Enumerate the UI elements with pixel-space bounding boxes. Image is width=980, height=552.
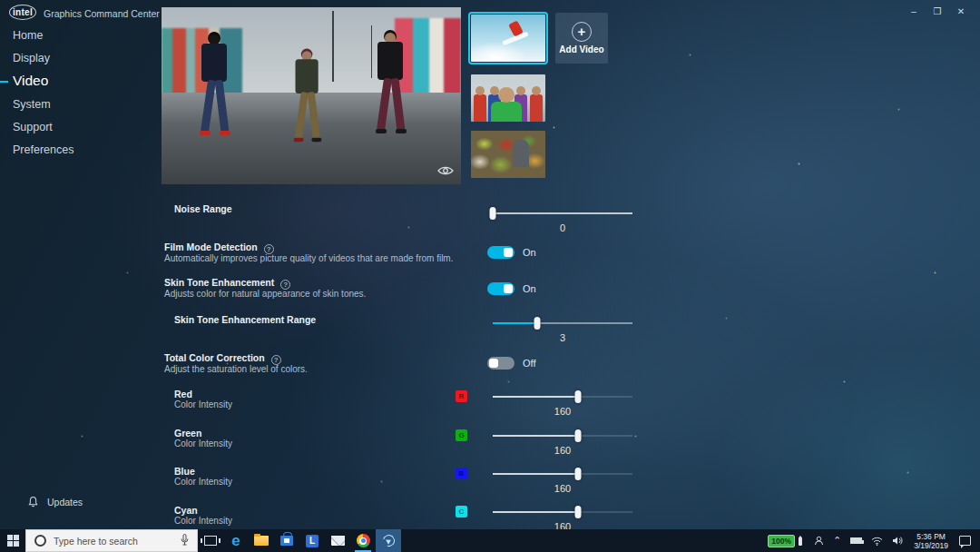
close-button[interactable]: ✕	[949, 4, 973, 20]
red-channel-sublabel: Color Intensity	[174, 399, 232, 409]
preview-eye-icon[interactable]	[437, 163, 454, 180]
taskbar-icon-l-app[interactable]: L	[299, 529, 325, 552]
sidebar-item-support[interactable]: Support	[13, 121, 53, 133]
blue-swatch: B	[456, 468, 467, 479]
slider-thumb[interactable]	[574, 429, 581, 442]
total-color-state: Off	[523, 358, 535, 369]
tray-time: 5:36 PM	[914, 532, 948, 541]
app-title: Graphics Command Center	[44, 8, 160, 19]
sidebar-item-system[interactable]: System	[13, 98, 51, 111]
task-view-button[interactable]	[198, 529, 223, 552]
total-color-toggle-row: Off	[487, 357, 535, 370]
blue-channel-sublabel: Color Intensity	[174, 477, 232, 487]
edge-icon: e	[231, 533, 240, 548]
total-color-toggle[interactable]	[487, 357, 514, 370]
file-explorer-icon	[254, 536, 269, 546]
green-swatch: G	[456, 429, 467, 441]
skin-tone-description: Adjusts color for natural appearance of …	[164, 289, 366, 299]
thumbnail-people[interactable]	[471, 74, 545, 122]
thumbnail-snowboarder[interactable]	[471, 15, 545, 62]
taskbar-icon-intel-gcc[interactable]	[376, 529, 401, 552]
people-icon[interactable]	[814, 536, 824, 546]
taskbar-icon-chrome[interactable]	[350, 529, 376, 552]
taskbar-icon-file-explorer[interactable]	[249, 529, 274, 552]
slider-thumb[interactable]	[534, 317, 541, 330]
battery-percent-badge[interactable]: 100%	[768, 535, 795, 547]
dancer-figure	[372, 33, 410, 146]
street-pole	[332, 11, 334, 82]
microsoft-store-icon	[280, 536, 293, 546]
red-intensity-slider[interactable]: 160	[493, 390, 632, 418]
slider-thumb[interactable]	[490, 207, 496, 220]
noise-range-slider[interactable]: 0	[493, 207, 632, 234]
cyan-channel-sublabel: Color Intensity	[174, 516, 232, 526]
updates-label: Updates	[47, 497, 83, 508]
noise-range-label: Noise Range	[174, 203, 232, 214]
taskbar: e L 100% ⌃ 5:36 PM 3/19/2019	[0, 529, 980, 552]
chrome-icon	[357, 534, 370, 547]
task-view-icon	[204, 536, 217, 546]
bell-icon	[27, 496, 39, 508]
blue-intensity-value: 160	[493, 483, 632, 494]
updates-button[interactable]: Updates	[27, 496, 83, 508]
toggle-knob	[489, 359, 498, 368]
slider-fill	[493, 396, 578, 398]
slider-track[interactable]	[493, 212, 632, 214]
cyan-intensity-value: 160	[493, 521, 632, 529]
sidebar-item-home[interactable]: Home	[13, 29, 43, 42]
film-mode-toggle[interactable]	[487, 246, 514, 259]
wifi-icon[interactable]	[871, 537, 883, 546]
skin-tone-range-slider[interactable]: 3	[493, 317, 632, 344]
window-controls: – ❐ ✕	[902, 4, 973, 20]
tray-date: 3/19/2019	[914, 541, 948, 550]
taskbar-icon-edge[interactable]: e	[223, 529, 249, 552]
start-button[interactable]	[0, 529, 25, 552]
battery-icon[interactable]	[850, 537, 862, 544]
produce-blobs	[471, 131, 545, 178]
active-nav-indicator	[0, 81, 8, 83]
slider-thumb[interactable]	[574, 506, 581, 518]
microphone-icon[interactable]	[181, 533, 189, 549]
add-video-label: Add Video	[559, 44, 603, 54]
skin-tone-toggle[interactable]	[487, 282, 514, 295]
sidebar-item-video[interactable]: Video	[13, 73, 48, 89]
intel-logo: intel	[9, 5, 36, 20]
green-intensity-slider[interactable]: 160	[493, 429, 632, 457]
person-figure	[491, 102, 522, 122]
chevron-up-icon[interactable]: ⌃	[833, 535, 841, 547]
toggle-knob	[504, 284, 513, 293]
maximize-button[interactable]: ❐	[926, 4, 949, 20]
sidebar-item-display[interactable]: Display	[13, 52, 50, 64]
add-video-button[interactable]: + Add Video	[555, 13, 608, 64]
intel-gcc-window: intel Graphics Command Center – ❐ ✕ Home…	[0, 0, 980, 529]
action-center-icon[interactable]	[959, 536, 971, 546]
cyan-intensity-slider[interactable]: 160	[493, 506, 632, 529]
search-box	[25, 529, 198, 552]
intel-gcc-icon	[380, 533, 397, 549]
green-intensity-value: 160	[493, 445, 632, 456]
skin-tone-label: Skin Tone Enhancement?	[164, 277, 290, 290]
clock[interactable]: 5:36 PM 3/19/2019	[914, 532, 948, 550]
slider-thumb[interactable]	[574, 390, 581, 403]
minimize-button[interactable]: –	[902, 4, 926, 20]
slider-thumb[interactable]	[574, 468, 581, 480]
pen-icon[interactable]	[799, 536, 802, 546]
snow-spray	[471, 42, 527, 62]
speaker-icon[interactable]	[892, 536, 903, 546]
taskbar-icon-store[interactable]	[274, 529, 299, 552]
film-mode-description: Automatically improves picture quality o…	[164, 253, 453, 263]
total-color-label: Total Color Correction?	[164, 352, 281, 365]
thumbnail-market[interactable]	[471, 131, 545, 178]
starfield-background	[0, 0, 1, 1]
taskbar-icon-mail[interactable]	[325, 529, 350, 552]
search-input[interactable]	[54, 536, 181, 547]
blue-intensity-slider[interactable]: 160	[493, 468, 632, 495]
cyan-channel-label: Cyan	[174, 505, 198, 516]
system-tray: 100% ⌃ 5:36 PM 3/19/2019	[768, 529, 980, 552]
sidebar-item-preferences[interactable]: Preferences	[13, 143, 74, 156]
blue-channel-label: Blue	[174, 466, 195, 477]
skin-tone-label-text: Skin Tone Enhancement	[164, 277, 274, 288]
plus-icon: +	[572, 22, 592, 42]
video-preview	[162, 7, 461, 184]
red-intensity-value: 160	[493, 406, 632, 417]
